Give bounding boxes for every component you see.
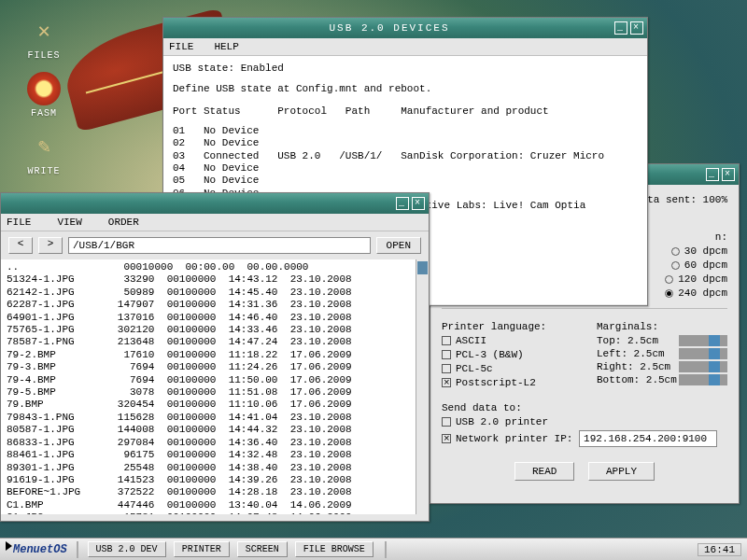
radio-icon [671,261,680,270]
file-row[interactable]: 79-2.BMP 17610 00100000 11:18.22 17.06.2… [7,349,429,361]
send-data-label: Send data to: [442,402,727,413]
file-row[interactable]: 79-5.BMP 3078 00100000 11:51.08 17.06.20… [7,386,429,399]
file-row[interactable]: 79-3.BMP 7694 00100000 11:24.26 17.06.20… [7,361,429,373]
margin-slider[interactable] [679,374,727,385]
file-row[interactable]: BEFORE~1.JPG 372522 00100000 14:28.18 23… [7,486,429,498]
lang-option[interactable]: PCL-5c [442,363,589,374]
cursor-icon [6,541,12,551]
desktop-icon-write[interactable]: ✎WRITE [21,130,66,176]
usb-state-value: Enabled [241,63,284,74]
taskbar-separator [385,541,387,558]
ip-input[interactable] [579,430,717,447]
app-icon: ✕ [27,14,61,48]
usb-titlebar[interactable]: USB 2.0 DEVICES _ × [163,18,647,38]
usb-port-row: 01 No Device [173,125,638,137]
checkbox-icon [442,378,451,387]
usb-note: Define USB state at Config.mnt and reboo… [173,82,638,97]
usb-port-row: 04 No Device [173,162,638,175]
app-icon [27,72,61,105]
nav-back-button[interactable]: < [8,237,33,254]
checkbox-icon [442,336,451,345]
radio-icon [665,289,673,298]
file-row[interactable]: .. 00010000 00:00.00 00.00.0000 [7,261,429,273]
icon-label: FASM [21,108,66,119]
file-menubar: FILEVIEWORDER [1,214,429,231]
menu-file[interactable]: FILE [169,41,193,52]
menu-file[interactable]: FILE [7,217,31,228]
usb-window-title: USB 2.0 DEVICES [167,22,612,34]
usb-menubar: FILEHELP [163,38,647,56]
open-button[interactable]: OPEN [376,237,421,254]
margin-slider[interactable] [679,348,727,359]
file-row[interactable]: 88461-1.JPG 96175 00100000 14:32.48 23.1… [7,449,429,461]
path-input[interactable] [68,237,371,254]
file-titlebar[interactable]: _ × [1,193,429,214]
checkbox-icon [442,417,451,427]
taskbar-separator [77,541,78,558]
file-row[interactable]: 91619-1.JPG 141523 00100000 14:39.26 23.… [7,474,429,486]
close-icon[interactable]: × [722,168,735,181]
close-icon[interactable]: × [630,21,643,35]
file-row[interactable]: 86833-1.JPG 297084 00100000 14:36.40 23.… [7,437,429,449]
margin-slider[interactable] [679,361,727,372]
file-row[interactable]: 79843-1.PNG 115628 00100000 14:41.04 23.… [7,412,429,424]
marginals-label: Marginals: [597,321,727,332]
desktop-icon-fasm[interactable]: FASM [21,72,66,119]
usb-state-label: USB state: [173,63,234,74]
taskbar: MenuetOS USB 2.0 DEVPRINTERSCREENFILE BR… [0,538,747,560]
file-row[interactable]: 75765-1.JPG 302120 00100000 14:33.46 23.… [7,324,429,336]
scrollbar[interactable] [416,259,429,514]
close-icon[interactable]: × [412,197,425,210]
usb-port-row: 05 No Device [173,175,638,187]
checkbox-icon [442,364,451,373]
checkbox-icon [442,434,451,443]
apply-button[interactable]: APPLY [588,462,655,481]
file-row[interactable]: C1.JPG 15781 00100000 14:07.48 14.06.200… [7,511,429,514]
task-button[interactable]: FILE BROWSE [295,541,374,557]
usb-column-headers: Port Status Protocol Path Manufacturer a… [173,105,638,119]
start-label: MenuetOS [13,543,67,556]
file-row[interactable]: 89301-1.JPG 25548 00100000 14:38.40 23.1… [7,462,429,474]
task-button[interactable]: PRINTER [174,541,230,557]
icon-label: WRITE [21,166,66,176]
file-row[interactable]: 51324-1.JPG 33290 00100000 14:43.12 23.1… [7,273,429,286]
file-browser-window: _ × FILEVIEWORDER < > OPEN .. 00010000 0… [0,192,430,522]
menu-view[interactable]: VIEW [57,217,81,228]
radio-icon [671,247,680,256]
file-row[interactable]: 79.BMP 320454 00100000 11:10.06 17.06.20… [7,399,429,411]
printer-language-label: Printer language: [442,321,589,332]
send-usb-option[interactable]: USB 2.0 printer [442,416,727,427]
minimize-icon[interactable]: _ [614,21,627,35]
file-row[interactable]: 62142-1.JPG 50989 00100000 14:45.40 23.1… [7,287,429,299]
menu-help[interactable]: HELP [214,41,238,52]
file-row[interactable]: 78587-1.PNG 213648 00100000 14:47.24 23.… [7,336,429,348]
margin-row: Right: 2.5cm [597,361,727,372]
file-row[interactable]: 64901-1.JPG 137016 00100000 14:46.40 23.… [7,312,429,324]
start-button[interactable]: MenuetOS [6,543,67,556]
read-button[interactable]: READ [514,462,574,481]
desktop-icon-files[interactable]: ✕FILES [21,14,66,61]
file-list[interactable]: .. 00010000 00:00.00 00.00.000051324-1.J… [1,259,429,514]
minimize-icon[interactable]: _ [396,197,409,210]
lang-option[interactable]: Postscript-L2 [442,377,589,388]
menu-order[interactable]: ORDER [108,217,139,228]
file-row[interactable]: C1.BMP 447446 00100000 13:40.04 14.06.20… [7,499,429,511]
scrollbar-thumb[interactable] [417,261,428,274]
icon-label: FILES [21,50,66,61]
file-row[interactable]: 80587-1.JPG 144008 00100000 14:44.32 23.… [7,424,429,436]
margin-slider[interactable] [679,335,727,346]
task-button[interactable]: USB 2.0 DEV [88,541,166,557]
nav-forward-button[interactable]: > [38,237,63,254]
lang-option[interactable]: ASCII [442,335,589,346]
app-icon: ✎ [27,130,61,163]
radio-icon [665,275,673,284]
task-button[interactable]: SCREEN [237,541,288,557]
checkbox-icon [442,350,451,359]
usb-port-row: 02 No Device [173,137,638,149]
usb-port-row: 03 Connected USB 2.0 /USB/1/ SanDisk Cor… [173,150,638,162]
lang-option[interactable]: PCL-3 (B&W) [442,349,589,360]
file-row[interactable]: 79-4.BMP 7694 00100000 11:50.00 17.06.20… [7,374,429,386]
file-row[interactable]: 62287-1.JPG 147907 00100000 14:31.36 23.… [7,299,429,311]
minimize-icon[interactable]: _ [706,168,719,181]
send-network-option[interactable]: Network printer IP: [442,430,727,447]
